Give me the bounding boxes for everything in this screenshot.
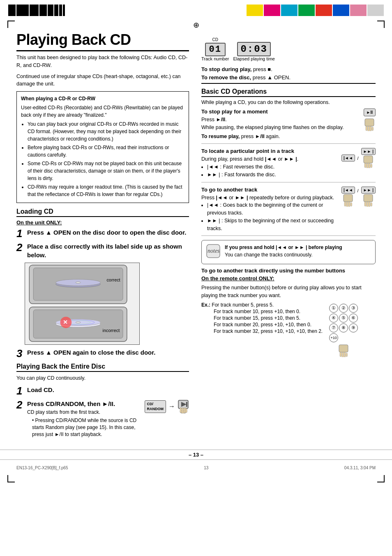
step2-text: Place a disc correctly with its label si… [27, 243, 182, 258]
num-btn-9[interactable]: ⑨ [349, 323, 358, 332]
go-track-item-2: ►► | : Skips to the beginning of the nex… [207, 217, 338, 233]
arrow-icon: → [168, 402, 175, 411]
step1-content: Press ▲ OPEN on the disc door to open th… [27, 228, 189, 239]
num-btn-plus10[interactable]: +10 [329, 333, 338, 342]
green-bar [298, 5, 315, 16]
notes-svg-icon: notes [206, 244, 221, 258]
pb-step1-num: 1 [16, 385, 25, 396]
warning-intro: User-edited CD-Rs (Recordable) and CD-RW… [21, 104, 184, 119]
slash-divider2: / [357, 188, 359, 193]
step3-content: Press ▲ OPEN again to close the disc doo… [27, 348, 189, 359]
intro-line2: Continued use of irregular shape CDs (he… [16, 73, 189, 88]
go-track-item-1: |◄◄ : Goes back to the beginning of the … [207, 201, 338, 217]
next-track-btn2: ►► | [361, 187, 376, 194]
stop-moment-content: To stop play for a moment Press ►/II. Wh… [201, 108, 344, 140]
svg-rect-23 [186, 408, 187, 413]
locate-row: To locate a particular point in a track … [201, 148, 376, 178]
disc-diagram-area: correct incorrect ✕ [25, 263, 140, 345]
play-hand-icon [178, 399, 189, 413]
svg-rect-38 [350, 203, 352, 206]
prev-track-btn: |◄◄ [341, 155, 355, 161]
loading-step1: 1 Press ▲ OPEN on the disc door to open … [16, 228, 189, 239]
stop-moment-icons: ►II [364, 108, 376, 131]
playing-back-header: Playing Back the Entire Disc [16, 363, 189, 372]
locate-list: |◄◄ : Fast reverses the disc. ►► | : Fas… [207, 163, 298, 179]
svg-rect-31 [367, 163, 368, 168]
remote-only-label: On the remote control ONLY: [201, 275, 376, 281]
notes-title: If you press and hold |◄◄ or ►► | before… [225, 245, 342, 250]
intro-line1: This unit has been designed to play back… [16, 54, 189, 69]
stop-moment-detail: While pausing, the elapsed playing time … [201, 124, 344, 132]
examples-text: Ex.: For track number 5, press 5. For tr… [201, 302, 323, 335]
footer: EN13-16_PC-X290[B]_f.p65 13 04.3.11, 3:0… [0, 462, 392, 473]
magenta-bar [264, 5, 280, 16]
ex-prefix: Ex.: For track number 5, press 5. [201, 302, 323, 308]
step1-num: 1 [16, 228, 25, 239]
display-area: CD 01 Track number 0:03 Elapsed playing … [201, 35, 376, 61]
svg-rect-34 [344, 194, 353, 202]
remote-detail: Pressing the number button(s) before or … [201, 284, 376, 300]
examples-area: Ex.: For track number 5, press 5. For tr… [201, 302, 376, 357]
time-display: 0:03 [237, 42, 271, 56]
bar3 [30, 5, 39, 16]
pb-step2-note: • Pressing CD/RANDOM while the source is… [32, 417, 139, 438]
remove-disc-line: To remove the disc, press ▲ OPEN. [201, 74, 376, 81]
num-btn-3[interactable]: ③ [349, 304, 358, 313]
slash-divider: / [357, 156, 359, 161]
warning-box: When playing a CD-R or CD-RW User-edited… [16, 91, 189, 203]
locate-icons: |◄◄ / ►► | [341, 148, 376, 168]
time-label: Elapsed playing time [233, 56, 275, 61]
right-column: CD 01 Track number 0:03 Elapsed playing … [201, 31, 376, 441]
step2-content: Place a disc correctly with its label si… [27, 242, 189, 259]
svg-rect-30 [364, 163, 366, 168]
loading-cd-header: Loading CD [16, 208, 189, 217]
ex-5: For track number 32, press +10, +10, +10… [214, 328, 323, 334]
num-btn-1[interactable]: ① [329, 304, 338, 313]
bar1 [8, 5, 16, 16]
locate-section: To locate a particular point in a track … [201, 148, 376, 182]
hand-icon-remote [338, 344, 349, 357]
num-btn-4[interactable]: ④ [329, 314, 338, 323]
go-track-row: To go to another track Press |◄◄ or ►► |… [201, 187, 376, 233]
locate-title: To locate a particular point in a track [201, 148, 298, 154]
svg-point-4 [76, 282, 81, 284]
step1-text: Press ▲ OPEN on the disc door to open th… [27, 229, 186, 236]
svg-text:notes: notes [208, 248, 220, 254]
num-btn-5[interactable]: ⑤ [339, 314, 348, 323]
num-btn-6[interactable]: ⑥ [349, 314, 358, 323]
disc-svg: correct incorrect ✕ [25, 263, 139, 344]
hand-icon-2 [363, 155, 374, 168]
locate-item-1: |◄◄ : Fast reverses the disc. [207, 163, 298, 171]
notes-icon: notes [206, 244, 221, 261]
svg-rect-21 [182, 408, 184, 413]
svg-rect-22 [184, 408, 186, 413]
basic-ops-divider [201, 83, 376, 84]
num-btn-8[interactable]: ⑧ [339, 323, 348, 332]
resume-text: To resume play, press ►/II again. [201, 133, 344, 141]
empty-cell2 [349, 333, 358, 342]
time-display-col: 0:03 Elapsed playing time [233, 35, 275, 61]
warning-list: You can play back your original CD-Rs or… [28, 120, 184, 198]
svg-rect-29 [364, 156, 373, 163]
svg-point-12 [76, 322, 81, 323]
corner-bottom-right [377, 475, 385, 482]
basic-ops-intro: While playing a CD, you can do the follo… [201, 99, 376, 105]
svg-rect-47 [340, 352, 341, 357]
num-btn-7[interactable]: ⑦ [329, 323, 338, 332]
pb-step1: 1 Load CD. [16, 385, 189, 396]
svg-rect-20 [180, 408, 182, 413]
page-title: Playing Back CD [16, 31, 189, 51]
stop-during-line: To stop during play, press ■. [201, 66, 376, 72]
empty-cell [339, 333, 348, 342]
numpad-area: ① ② ③ ④ ⑤ ⑥ ⑦ ⑧ ⑨ +10 [329, 302, 358, 357]
stop-moment-section: To stop play for a moment Press ►/II. Wh… [201, 108, 376, 144]
bar7 [59, 5, 62, 16]
ex-4: For track number 20, press +10, +10, the… [214, 322, 323, 328]
track-display-col: CD 01 Track number [201, 37, 229, 61]
svg-rect-24 [365, 119, 374, 126]
warning-item-3: Some CD-Rs or CD-RWs may not be played b… [28, 160, 184, 182]
stop-moment-row: To stop play for a moment Press ►/II. Wh… [201, 108, 376, 140]
svg-rect-49 [344, 352, 346, 357]
num-btn-2[interactable]: ② [339, 304, 348, 313]
go-track-direct-title: To go to another track directly using th… [201, 268, 376, 274]
